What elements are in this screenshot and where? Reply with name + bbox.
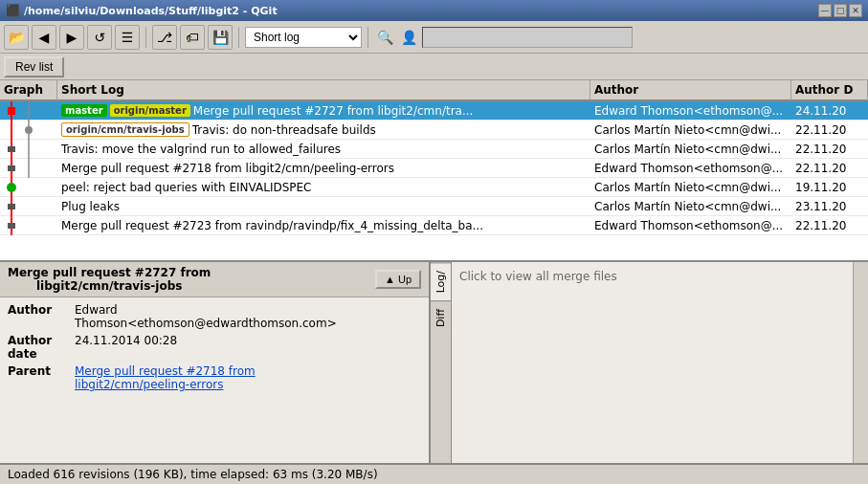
tab-diff[interactable]: Diff	[431, 300, 451, 335]
parent-link[interactable]: Merge pull request #2718 fromlibgit2/cmn…	[75, 364, 421, 391]
title-bar-left: ⬛ /home/silviu/Downloads/Stuff/libgit2 -…	[6, 4, 278, 17]
badge-origin-master: origin/master	[110, 104, 190, 117]
right-scrollbar[interactable]	[853, 262, 868, 463]
back-button[interactable]: ◀	[32, 25, 56, 50]
log-type-select[interactable]: Short log Long log All branches	[246, 28, 361, 47]
revlist-bar: Rev list	[0, 54, 868, 80]
shortlog-text: Plug leaks	[61, 200, 120, 213]
shortlog-cell: Travis: move the valgrind run to allowed…	[57, 140, 590, 159]
main-area: Rev list Graph Short Log Author Author D…	[0, 54, 868, 463]
badge-master: master	[61, 104, 107, 117]
person-icon[interactable]: 👤	[398, 27, 419, 48]
shortlog-text: Travis: move the valgrind run to allowed…	[61, 143, 341, 156]
commit-table: Graph Short Log Author Author D masteror…	[0, 80, 868, 262]
graph-cell	[0, 101, 57, 121]
shortlog-cell: Merge pull request #2723 from ravindp/ra…	[57, 216, 590, 235]
refresh-button[interactable]: ↺	[87, 25, 112, 50]
tab-log[interactable]: Log/	[431, 262, 451, 300]
author-cell: Carlos Martín Nieto<cmn@dwi...	[590, 197, 791, 216]
col-header-author: Author	[590, 80, 791, 100]
graph-cell	[0, 121, 57, 140]
forward-button[interactable]: ▶	[59, 25, 84, 50]
window-controls[interactable]: — □ ✕	[818, 4, 862, 17]
svg-rect-0	[8, 107, 15, 115]
maximize-button[interactable]: □	[834, 4, 847, 17]
graph-cell	[0, 216, 57, 235]
shortlog-cell: peel: reject bad queries with EINVALIDSP…	[57, 178, 590, 197]
parent-row: Parent Merge pull request #2718 fromlibg…	[8, 364, 421, 391]
tag-button[interactable]: 🏷	[180, 25, 205, 50]
up-button[interactable]: ▲ Up	[375, 270, 421, 289]
shortlog-cell: masterorigin/masterMerge pull request #2…	[57, 101, 590, 121]
author-date-cell: 22.11.20	[791, 121, 868, 140]
commit-detail-body: Author EdwardThomson<ethomson@edwardthom…	[0, 297, 429, 463]
branch-button[interactable]: ⎇	[152, 25, 177, 50]
table-header: Graph Short Log Author Author D	[0, 80, 868, 101]
graph-cell	[0, 178, 57, 197]
commit-title: Merge pull request #2727 from libgit2/cm…	[8, 266, 211, 293]
author-cell: Carlos Martín Nieto<cmn@dwi...	[590, 140, 791, 159]
table-row[interactable]: origin/cmn/travis-jobsTravis: do non-thr…	[0, 121, 868, 140]
table-row[interactable]: Plug leaksCarlos Martín Nieto<cmn@dwi...…	[0, 197, 868, 216]
svg-point-6	[25, 126, 33, 134]
title-bar: ⬛ /home/silviu/Downloads/Stuff/libgit2 -…	[0, 0, 868, 21]
svg-rect-12	[8, 165, 15, 171]
log-type-select-wrap[interactable]: Short log Long log All branches	[245, 27, 362, 48]
table-row[interactable]: Merge pull request #2718 from libgit2/cm…	[0, 159, 868, 178]
diff-area-text: Click to view all merge files	[459, 270, 617, 283]
author-row: Author EdwardThomson<ethomson@edwardthom…	[8, 303, 421, 330]
badge-travis: origin/cmn/travis-jobs	[61, 122, 189, 137]
table-row[interactable]: peel: reject bad queries with EINVALIDSP…	[0, 178, 868, 197]
close-button[interactable]: ✕	[849, 4, 862, 17]
graph-cell	[0, 159, 57, 178]
window-title: /home/silviu/Downloads/Stuff/libgit2 - Q…	[24, 5, 278, 17]
settings-button[interactable]: ☰	[115, 25, 140, 50]
author-date-label: Authordate	[8, 334, 75, 361]
author-cell: Edward Thomson<ethomson@...	[590, 101, 791, 121]
author-cell: Carlos Martín Nieto<cmn@dwi...	[590, 178, 791, 197]
author-cell: Edward Thomson<ethomson@...	[590, 216, 791, 235]
svg-rect-9	[8, 146, 15, 152]
shortlog-text: Merge pull request #2727 from libgit2/cm…	[193, 104, 474, 118]
shortlog-cell: Merge pull request #2718 from libgit2/cm…	[57, 159, 590, 178]
commit-button[interactable]: 💾	[208, 25, 233, 50]
author-cell: Edward Thomson<ethomson@...	[590, 159, 791, 178]
toolbar: 📂 ◀ ▶ ↺ ☰ ⎇ 🏷 💾 Short log Long log All b…	[0, 21, 868, 54]
col-header-shortlog: Short Log	[57, 80, 590, 100]
separator-2	[238, 27, 239, 48]
open-button[interactable]: 📂	[4, 25, 29, 50]
author-date-cell: 24.11.20	[791, 101, 868, 121]
svg-rect-16	[8, 204, 15, 209]
commit-detail-header: Merge pull request #2727 from libgit2/cm…	[0, 262, 429, 297]
shortlog-cell: Plug leaks	[57, 197, 590, 216]
author-date-value: 24.11.2014 00:28	[75, 334, 421, 361]
graph-cell	[0, 140, 57, 159]
minimize-button[interactable]: —	[818, 4, 832, 17]
revlist-button[interactable]: Rev list	[4, 56, 64, 77]
table-body: masterorigin/masterMerge pull request #2…	[0, 101, 868, 260]
author-date-cell: 22.11.20	[791, 140, 868, 159]
author-date-row: Authordate 24.11.2014 00:28	[8, 334, 421, 361]
separator-1	[145, 27, 146, 48]
hash-input[interactable]: 3e48b370c585d5552cea7538bb20db500a865d7	[422, 27, 633, 48]
separator-3	[367, 27, 368, 48]
bottom-area: Merge pull request #2727 from libgit2/cm…	[0, 262, 868, 463]
table-row[interactable]: Travis: move the valgrind run to allowed…	[0, 140, 868, 159]
shortlog-cell: origin/cmn/travis-jobsTravis: do non-thr…	[57, 121, 590, 140]
filter-icon[interactable]: 🔍	[374, 27, 395, 48]
svg-point-14	[7, 183, 16, 192]
svg-rect-18	[8, 223, 15, 229]
graph-cell	[0, 197, 57, 216]
status-text: Loaded 616 revisions (196 KB), time elap…	[8, 468, 378, 481]
col-header-authordate: Author D	[791, 80, 868, 100]
up-arrow-icon: ▲	[385, 274, 395, 285]
author-date-cell: 22.11.20	[791, 216, 868, 235]
table-row[interactable]: masterorigin/masterMerge pull request #2…	[0, 101, 868, 121]
shortlog-text: Merge pull request #2718 from libgit2/cm…	[61, 162, 394, 175]
parent-label: Parent	[8, 364, 75, 391]
status-bar: Loaded 616 revisions (196 KB), time elap…	[0, 463, 868, 484]
diff-area[interactable]: Click to view all merge files	[452, 262, 853, 463]
author-date-cell: 22.11.20	[791, 159, 868, 178]
table-row[interactable]: Merge pull request #2723 from ravindp/ra…	[0, 216, 868, 235]
side-tabs: Log/ Diff	[431, 262, 452, 463]
